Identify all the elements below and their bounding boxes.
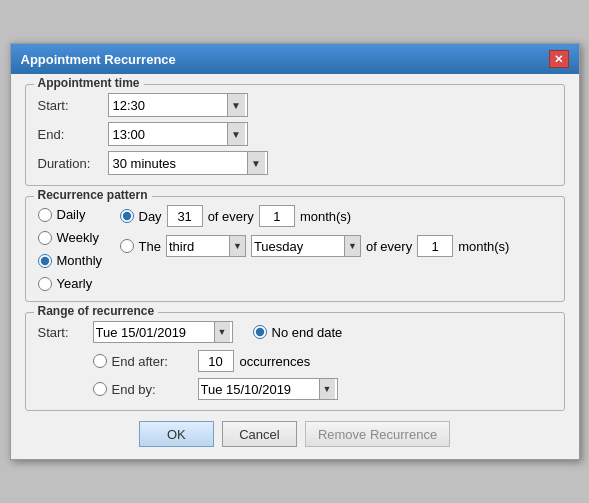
day-pattern-label: Day — [139, 209, 162, 224]
the-label: The — [139, 239, 161, 254]
the-pattern-row: The first second third fourth last ▼ — [120, 235, 552, 257]
end-after-input[interactable] — [198, 350, 234, 372]
start-dropdown-btn[interactable]: ▼ — [227, 94, 245, 116]
title-bar: Appointment Recurrence ✕ — [11, 44, 579, 74]
ordinal-combo[interactable]: first second third fourth last ▼ — [166, 235, 246, 257]
dialog-body: Appointment time Start: ▼ End: ▼ Duratio… — [11, 74, 579, 459]
dialog-title: Appointment Recurrence — [21, 52, 176, 67]
range-section: Range of recurrence Start: Tue 15/01/201… — [25, 312, 565, 411]
yearly-label: Yearly — [57, 276, 93, 291]
end-by-label: End by: — [112, 382, 192, 397]
cancel-button[interactable]: Cancel — [222, 421, 297, 447]
end-by-radio[interactable] — [93, 382, 107, 396]
daily-radio[interactable] — [38, 208, 52, 222]
monthly-radio[interactable] — [38, 254, 52, 268]
end-after-option[interactable]: End after: — [93, 354, 192, 369]
appointment-recurrence-dialog: Appointment Recurrence ✕ Appointment tim… — [10, 43, 580, 460]
duration-combo[interactable]: ▼ — [108, 151, 268, 175]
range-start-row: Start: Tue 15/01/2019 ▼ No end date — [38, 321, 552, 343]
duration-dropdown-btn[interactable]: ▼ — [247, 152, 265, 174]
end-row: End: ▼ — [38, 122, 552, 146]
monthly-option[interactable]: Monthly — [38, 253, 108, 268]
start-input[interactable] — [109, 94, 227, 116]
end-after-row: End after: occurrences — [93, 350, 552, 372]
end-by-row: End by: Tue 15/10/2019 ▼ — [93, 378, 552, 400]
day-type-radio[interactable] — [120, 209, 134, 223]
day-pattern-row: Day of every month(s) — [120, 205, 552, 227]
weekly-label: Weekly — [57, 230, 99, 245]
of-every2-label: of every — [366, 239, 412, 254]
button-row: OK Cancel Remove Recurrence — [25, 421, 565, 447]
end-after-label: End after: — [112, 354, 192, 369]
appointment-time-title: Appointment time — [34, 76, 144, 90]
daily-label: Daily — [57, 207, 86, 222]
end-input[interactable] — [109, 123, 227, 145]
range-layout: Start: Tue 15/01/2019 ▼ No end date — [38, 321, 552, 400]
month-interval-input[interactable] — [259, 205, 295, 227]
range-title: Range of recurrence — [34, 304, 159, 318]
weekday-combo[interactable]: Sunday Monday Tuesday Wednesday Thursday… — [251, 235, 361, 257]
appointment-time-section: Appointment time Start: ▼ End: ▼ Duratio… — [25, 84, 565, 186]
range-start-combo[interactable]: Tue 15/01/2019 ▼ — [93, 321, 233, 343]
end-after-radio[interactable] — [93, 354, 107, 368]
end-by-option[interactable]: End by: — [93, 382, 192, 397]
range-start-arrow: ▼ — [214, 322, 230, 342]
weekly-radio[interactable] — [38, 231, 52, 245]
ok-button[interactable]: OK — [139, 421, 214, 447]
close-button[interactable]: ✕ — [549, 50, 569, 68]
ordinal-arrow: ▼ — [229, 236, 245, 256]
recurrence-pattern-title: Recurrence pattern — [34, 188, 152, 202]
ordinal-select[interactable]: first second third fourth last — [167, 236, 229, 256]
weekday-arrow: ▼ — [344, 236, 360, 256]
daily-option[interactable]: Daily — [38, 207, 108, 222]
no-end-option[interactable]: No end date — [253, 325, 343, 340]
duration-input[interactable] — [109, 152, 247, 174]
duration-row: Duration: ▼ — [38, 151, 552, 175]
start-combo[interactable]: ▼ — [108, 93, 248, 117]
months2-label: month(s) — [458, 239, 509, 254]
remove-recurrence-button[interactable]: Remove Recurrence — [305, 421, 450, 447]
weekly-option[interactable]: Weekly — [38, 230, 108, 245]
monthly-label: Monthly — [57, 253, 103, 268]
occurrences-label: occurrences — [240, 354, 311, 369]
end-combo[interactable]: ▼ — [108, 122, 248, 146]
duration-label: Duration: — [38, 156, 108, 171]
start-row: Start: ▼ — [38, 93, 552, 117]
end-dropdown-btn[interactable]: ▼ — [227, 123, 245, 145]
the-type-radio[interactable] — [120, 239, 134, 253]
weekday-select[interactable]: Sunday Monday Tuesday Wednesday Thursday… — [252, 236, 344, 256]
yearly-radio[interactable] — [38, 277, 52, 291]
range-start-label: Start: — [38, 325, 83, 340]
start-label: Start: — [38, 98, 108, 113]
pattern-col: Day of every month(s) The first — [120, 205, 552, 291]
end-by-combo[interactable]: Tue 15/10/2019 ▼ — [198, 378, 338, 400]
no-end-label: No end date — [272, 325, 343, 340]
month-interval2-input[interactable] — [417, 235, 453, 257]
of-every-label: of every — [208, 209, 254, 224]
recurrence-layout: Daily Weekly Monthly Yearly — [38, 205, 552, 291]
day-number-input[interactable] — [167, 205, 203, 227]
recurrence-pattern-section: Recurrence pattern Daily Weekly Monthly — [25, 196, 565, 302]
months-label: month(s) — [300, 209, 351, 224]
end-by-arrow: ▼ — [319, 379, 335, 399]
range-start-select[interactable]: Tue 15/01/2019 — [94, 322, 214, 342]
end-by-select[interactable]: Tue 15/10/2019 — [199, 379, 319, 399]
end-label: End: — [38, 127, 108, 142]
no-end-radio[interactable] — [253, 325, 267, 339]
recurrence-radio-col: Daily Weekly Monthly Yearly — [38, 205, 108, 291]
yearly-option[interactable]: Yearly — [38, 276, 108, 291]
range-options: End after: occurrences End by: — [93, 350, 552, 400]
